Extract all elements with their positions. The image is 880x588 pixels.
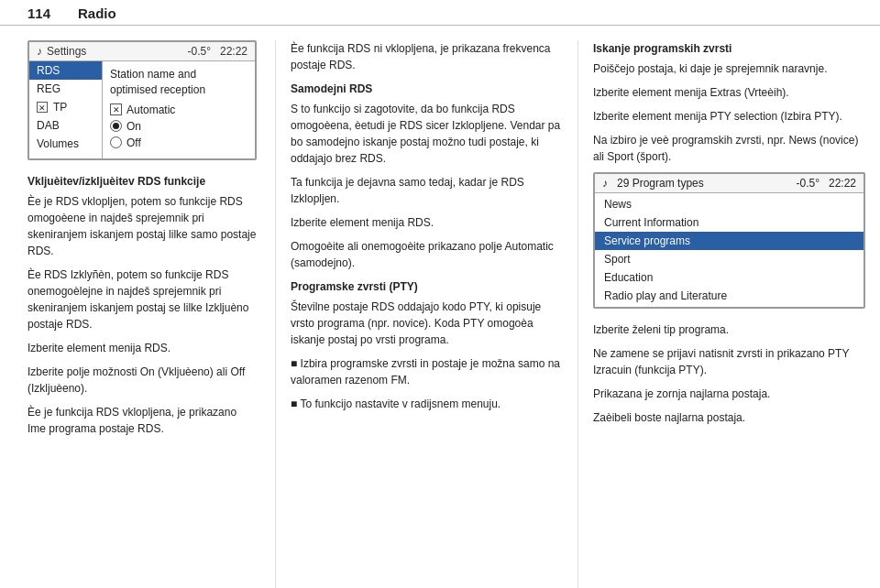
automatic-checkbox[interactable]	[110, 103, 122, 115]
menu-item-reg[interactable]: REG	[29, 80, 102, 98]
menu-item-rds[interactable]: RDS	[29, 61, 102, 80]
widget-header-time: 22:22	[220, 45, 248, 58]
right-heading2-text: Izberite element menija Extras (Vrteèih)…	[593, 84, 865, 101]
widget-header: ♪ Settings -0.5° 22:22	[29, 42, 255, 61]
middle-heading1: Samodejni RDS	[291, 81, 563, 97]
menu-item-volumes[interactable]: Volumes	[29, 135, 102, 153]
right-para2: Na izbiro je veè programskih zvrsti, npr…	[593, 132, 865, 165]
program-item-education[interactable]: Education	[595, 268, 864, 287]
program-types-widget: ♪ 29 Program types -0.5° 22:22 News Curr…	[593, 172, 865, 309]
right-body-text: Iskanje programskih zvrsti Poiščejo post…	[593, 40, 865, 165]
middle-bullet1: ■ Izbira programske zvrsti in postaje je…	[291, 355, 563, 388]
program-item-current-info[interactable]: Current Information	[595, 213, 864, 232]
middle-para1: S to funkcijo si zagotovite, da bo funkc…	[291, 101, 563, 167]
program-widget-label: 29 Program types	[617, 177, 704, 190]
middle-para4: Omogoèite ali onemogoèite prikazano polj…	[291, 238, 563, 271]
program-item-radio-play[interactable]: Radio play and Literature	[595, 287, 864, 305]
off-label: Off	[126, 136, 141, 149]
tp-checkbox: ✕	[37, 102, 48, 113]
on-radio[interactable]	[110, 120, 122, 132]
page-title: Radio	[78, 5, 116, 21]
settings-widget: ♪ Settings -0.5° 22:22 RDS REG ✕TP	[28, 40, 257, 160]
widget-content: Station name andoptimised reception Auto…	[103, 61, 255, 158]
program-widget-value: -0.5°	[796, 177, 819, 190]
program-item-sport[interactable]: Sport	[595, 250, 864, 268]
automatic-label: Automatic	[126, 103, 175, 116]
widget-header-label: Settings	[47, 45, 86, 58]
middle-body-text: Èe funkcija RDS ni vklopljena, je prikaz…	[291, 40, 563, 412]
middle-para3: Izberite element menija RDS.	[291, 214, 563, 231]
program-widget-time: 22:22	[829, 177, 856, 190]
middle-column: Èe funkcija RDS ni vklopljena, je prikaz…	[275, 40, 578, 588]
right-para3: Izberite želeni tip programa.	[593, 321, 865, 338]
left-para-1: Èe je RDS vklopljen, potem so funkcije R…	[28, 193, 257, 259]
middle-bullet2: ■ To funkcijo nastavite v radijsnem menu…	[291, 396, 563, 412]
middle-heading2: Programske zvrsti (PTY)	[291, 278, 563, 295]
left-heading: Vkljuèitev/izkljuèitev RDS funkcije	[28, 173, 257, 190]
right-para6: Zaèibeli boste najlarna postaja.	[593, 409, 865, 426]
widget-body: RDS REG ✕TP DAB Volumes Station name and…	[29, 61, 255, 158]
middle-intro: Èe funkcija RDS ni vklopljena, je prikaz…	[291, 40, 563, 73]
program-widget-header-right: -0.5° 22:22	[796, 177, 856, 190]
right-para1: Poiščejo postaja, ki daje je sprejemnik …	[593, 60, 865, 77]
off-radio[interactable]	[110, 136, 122, 148]
program-music-icon: ♪	[602, 177, 608, 190]
content-area: ♪ Settings -0.5° 22:22 RDS REG ✕TP	[0, 26, 880, 588]
left-para-3: Izberite element menija RDS.	[28, 340, 257, 356]
page-number: 114	[28, 5, 50, 21]
menu-item-tp[interactable]: ✕TP	[29, 98, 102, 116]
left-column: ♪ Settings -0.5° 22:22 RDS REG ✕TP	[0, 40, 275, 588]
widget-header-value: -0.5°	[187, 45, 210, 58]
right-body-text-2: Izberite želeni tip programa. Ne zamene …	[593, 321, 865, 426]
left-para-5: Èe je funkcija RDS vklopljena, je prikaz…	[28, 404, 257, 437]
widget-content-title: Station name andoptimised reception	[110, 67, 248, 98]
widget-header-left: ♪ Settings	[37, 45, 86, 58]
right-heading3-text: Izberite element menija PTY selection (I…	[593, 108, 865, 125]
left-body-text: Vkljuèitev/izkljuèitev RDS funkcije Èe j…	[28, 173, 257, 437]
program-item-news[interactable]: News	[595, 195, 864, 213]
right-para5: Prikazana je zornja najlarna postaja.	[593, 386, 865, 402]
program-widget-header: ♪ 29 Program types -0.5° 22:22	[595, 174, 864, 193]
program-list: News Current Information Service program…	[595, 193, 864, 307]
program-widget-header-left: ♪ 29 Program types	[602, 177, 704, 190]
left-para-4: Izberite polje možnosti On (Vkljuèeno) a…	[28, 364, 257, 397]
middle-para5: Številne postaje RDS oddajajo kodo PTY, …	[291, 299, 563, 348]
music-icon: ♪	[37, 45, 42, 58]
middle-para2: Ta funkcija je dejavna samo tedaj, kadar…	[291, 174, 563, 207]
program-item-service[interactable]: Service programs	[595, 232, 864, 250]
on-label: On	[126, 120, 141, 133]
right-para4: Ne zamene se prijavi natisnit zvrsti in …	[593, 345, 865, 378]
page: 114 Radio ♪ Settings -0.5° 22:22	[0, 0, 880, 588]
widget-header-right: -0.5° 22:22	[187, 45, 248, 58]
option-off[interactable]: Off	[110, 136, 248, 149]
right-column: Iskanje programskih zvrsti Poiščejo post…	[578, 40, 880, 588]
option-on[interactable]: On	[110, 120, 248, 133]
right-heading1: Iskanje programskih zvrsti	[593, 40, 865, 57]
left-para-2: Èe RDS Izklyñèn, potem so funkcije RDS o…	[28, 267, 257, 332]
header: 114 Radio	[0, 0, 880, 26]
option-automatic[interactable]: Automatic	[110, 103, 248, 116]
widget-menu: RDS REG ✕TP DAB Volumes	[29, 61, 103, 158]
menu-item-dab[interactable]: DAB	[29, 116, 102, 135]
